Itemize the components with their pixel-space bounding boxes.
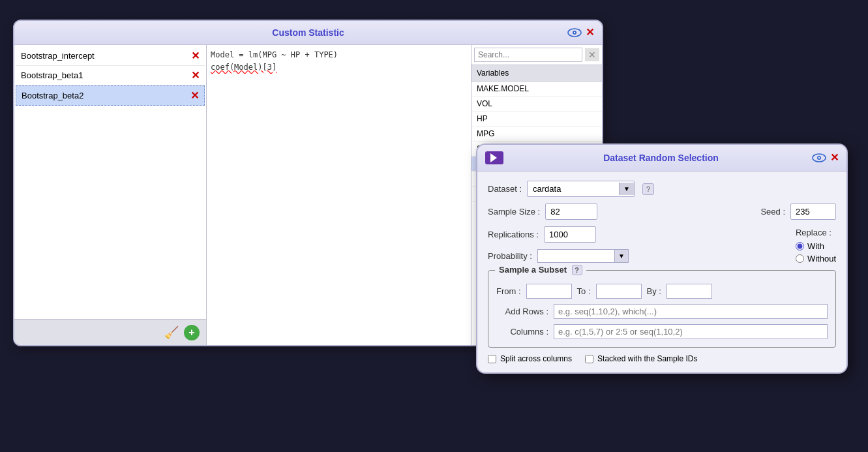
dataset-titlebar: Dataset Random Selection ✕ bbox=[477, 145, 846, 172]
stat-list-footer: 🧹 + bbox=[14, 319, 206, 345]
code-line-2: coef(Model)[3] bbox=[211, 61, 467, 74]
add-rows-input[interactable] bbox=[554, 304, 828, 319]
stat-item-0[interactable]: Bootstrap_intercept ✕ bbox=[16, 46, 205, 66]
subset-section: Sample a Subset ? From : To : By : Add R… bbox=[488, 270, 836, 348]
variable-item-0[interactable]: MAKE.MODEL bbox=[471, 82, 602, 97]
variable-item-1[interactable]: VOL bbox=[471, 97, 602, 112]
probability-dropdown[interactable]: ▼ bbox=[537, 249, 629, 263]
replace-label: Replace : bbox=[796, 228, 831, 237]
delete-stat-1[interactable]: ✕ bbox=[191, 69, 200, 82]
stat-item-2[interactable]: Bootstrap_beta2 ✕ bbox=[16, 85, 205, 106]
stat-item-label-0: Bootstrap_intercept bbox=[21, 51, 191, 61]
without-radio-row: Without bbox=[796, 254, 836, 264]
stat-list-panel: Bootstrap_intercept ✕ Bootstrap_beta1 ✕ … bbox=[14, 45, 207, 345]
search-clear-button[interactable]: ✕ bbox=[585, 48, 599, 61]
probability-arrow[interactable]: ▼ bbox=[614, 250, 628, 262]
sample-size-input[interactable] bbox=[545, 203, 597, 220]
sample-seed-row: Sample Size : Seed : bbox=[488, 203, 836, 220]
variable-item-2[interactable]: HP bbox=[471, 112, 602, 127]
search-bar: ✕ bbox=[471, 45, 602, 65]
code-underlined: coef(Model)[3] bbox=[211, 63, 277, 72]
add-rows-label: Add Rows : bbox=[496, 307, 548, 316]
stat-item-label-1: Bootstrap_beta1 bbox=[21, 70, 191, 80]
add-stat-button[interactable]: + bbox=[184, 325, 200, 340]
subset-title: Sample a Subset bbox=[499, 265, 567, 275]
probability-label: Probability : bbox=[488, 251, 532, 261]
dataset-controls: ✕ bbox=[812, 153, 839, 163]
subset-legend: Sample a Subset ? bbox=[495, 265, 586, 275]
bottom-checkboxes: Split across columns Stacked with the Sa… bbox=[488, 354, 836, 363]
broom-button[interactable]: 🧹 bbox=[164, 325, 179, 340]
variable-item-3[interactable]: MPG bbox=[471, 127, 602, 142]
sample-size-label: Sample Size : bbox=[488, 207, 540, 217]
stacked-label: Stacked with the Sample IDs bbox=[597, 354, 697, 363]
replications-label: Replications : bbox=[488, 230, 539, 239]
svg-point-5 bbox=[818, 157, 820, 158]
columns-input[interactable] bbox=[554, 324, 828, 339]
replications-input[interactable] bbox=[544, 226, 596, 243]
dataset-help-icon[interactable]: ? bbox=[642, 183, 654, 195]
without-label: Without bbox=[807, 254, 836, 264]
seed-label: Seed : bbox=[760, 207, 785, 217]
code-editor-panel[interactable]: Model = lm(MPG ~ HP + TYPE) coef(Model)[… bbox=[207, 45, 471, 345]
dataset-label: Dataset : bbox=[488, 184, 522, 194]
stat-item-label-2: Bootstrap_beta2 bbox=[22, 91, 190, 100]
search-input[interactable] bbox=[474, 48, 582, 62]
replication-replace-row: Replications : Probability : ▼ Replace :… bbox=[488, 226, 836, 264]
svg-point-2 bbox=[574, 32, 575, 33]
columns-label: Columns : bbox=[496, 327, 548, 337]
eye-icon[interactable] bbox=[567, 27, 582, 38]
add-rows-row: Add Rows : bbox=[496, 304, 828, 319]
delete-stat-2[interactable]: ✕ bbox=[190, 89, 199, 102]
dataset-body: Dataset : cardata ▼ ? Sample Size : Seed… bbox=[477, 172, 846, 372]
columns-row: Columns : bbox=[496, 324, 828, 339]
split-label: Split across columns bbox=[500, 354, 572, 363]
probability-value bbox=[538, 254, 614, 259]
seed-input[interactable] bbox=[790, 203, 836, 220]
custom-statistic-title: Custom Statistic bbox=[272, 27, 344, 38]
delete-stat-0[interactable]: ✕ bbox=[191, 50, 200, 62]
replications-row: Replications : bbox=[488, 226, 629, 243]
dataset-eye-icon[interactable] bbox=[812, 153, 826, 163]
custom-statistic-titlebar: Custom Statistic ✕ bbox=[14, 21, 602, 45]
dataset-dropdown-value: cardata bbox=[528, 181, 619, 196]
from-to-by-row: From : To : By : bbox=[496, 284, 828, 299]
custom-statistic-controls: ✕ bbox=[567, 27, 594, 38]
dataset-close-button[interactable]: ✕ bbox=[830, 153, 839, 163]
video-icon bbox=[485, 151, 503, 164]
dataset-dropdown-arrow[interactable]: ▼ bbox=[619, 183, 634, 195]
variables-header: Variables bbox=[471, 65, 602, 82]
dataset-row: Dataset : cardata ▼ ? bbox=[488, 181, 836, 197]
from-input[interactable] bbox=[526, 284, 572, 299]
stat-item-1[interactable]: Bootstrap_beta1 ✕ bbox=[16, 66, 205, 85]
split-checkbox[interactable] bbox=[488, 355, 496, 363]
to-label: To : bbox=[577, 286, 591, 296]
from-label: From : bbox=[496, 286, 521, 296]
stacked-checkbox[interactable] bbox=[585, 355, 593, 363]
dataset-window: Dataset Random Selection ✕ Dataset : car… bbox=[476, 143, 848, 374]
without-radio[interactable] bbox=[796, 254, 804, 263]
probability-row: Probability : ▼ bbox=[488, 249, 629, 263]
with-radio-row: With bbox=[796, 241, 824, 251]
split-checkbox-item: Split across columns bbox=[488, 354, 572, 363]
dataset-dropdown[interactable]: cardata ▼ bbox=[527, 181, 635, 197]
to-input[interactable] bbox=[596, 284, 642, 299]
with-label: With bbox=[807, 241, 824, 251]
by-label: By : bbox=[647, 286, 661, 296]
dataset-title: Dataset Random Selection bbox=[510, 153, 812, 163]
with-radio[interactable] bbox=[796, 242, 804, 250]
close-button[interactable]: ✕ bbox=[586, 27, 594, 38]
stacked-checkbox-item: Stacked with the Sample IDs bbox=[585, 354, 697, 363]
code-line-1: Model = lm(MPG ~ HP + TYPE) bbox=[211, 49, 467, 61]
by-input[interactable] bbox=[666, 284, 712, 299]
stat-list: Bootstrap_intercept ✕ Bootstrap_beta1 ✕ … bbox=[14, 45, 206, 319]
subset-help-icon[interactable]: ? bbox=[572, 265, 582, 275]
